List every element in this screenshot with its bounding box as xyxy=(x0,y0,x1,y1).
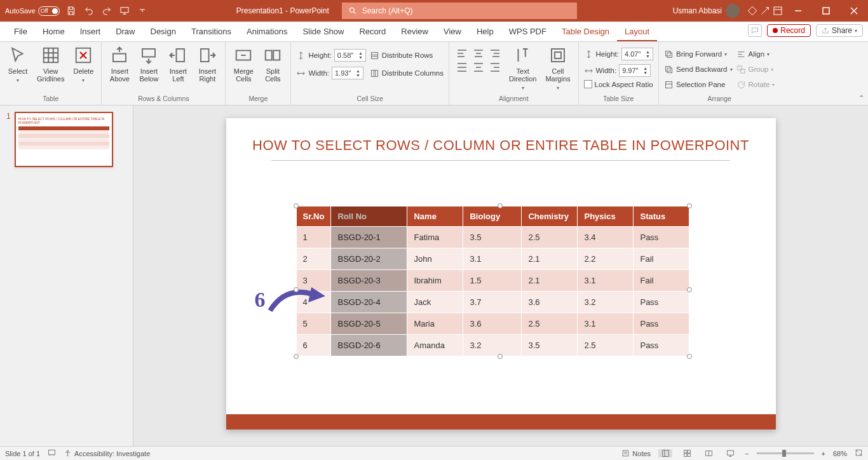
slide-thumbnail-1[interactable]: HOW TO SELECT ROWS / COLUMN OR ENTIRE TA… xyxy=(15,112,113,167)
table-cell[interactable]: Maria xyxy=(407,313,463,335)
view-gridlines-button[interactable]: View Gridlines xyxy=(34,44,67,84)
merge-cells-button[interactable]: Merge Cells xyxy=(231,44,256,84)
normal-view-button[interactable] xyxy=(658,449,672,457)
table-cell[interactable]: Pass xyxy=(634,313,689,335)
insert-below-button[interactable]: Insert Below xyxy=(136,44,161,84)
table-cell[interactable]: 3.4 xyxy=(578,227,634,248)
select-button[interactable]: Select▾ xyxy=(5,44,31,85)
table-cell[interactable]: 3.6 xyxy=(522,292,578,313)
slide-title[interactable]: HOW TO SELECT ROWS / COLUMN OR ENTIRE TA… xyxy=(252,137,750,154)
zoom-in-button[interactable]: + xyxy=(822,450,825,457)
close-button[interactable] xyxy=(840,0,868,22)
table-row[interactable]: 2BSGD-20-2John3.12.12.2Fail xyxy=(296,248,689,270)
table-cell[interactable]: 2.5 xyxy=(578,335,634,356)
notes-button[interactable]: Notes xyxy=(621,449,651,457)
table-cell[interactable]: Fatima xyxy=(407,227,463,248)
align-top-left[interactable] xyxy=(454,47,470,60)
diamond-icon[interactable] xyxy=(746,4,759,17)
table-cell[interactable]: Pass xyxy=(634,335,689,356)
table-cell[interactable]: BSGD-20-5 xyxy=(331,313,407,335)
zoom-out-button[interactable]: − xyxy=(745,450,749,457)
bring-forward-button[interactable]: Bring Forward▾ xyxy=(664,47,733,61)
fit-to-window-button[interactable] xyxy=(855,449,863,458)
delete-button[interactable]: Delete▾ xyxy=(71,44,96,85)
reading-view-button[interactable] xyxy=(702,449,715,457)
menu-tab-transitions[interactable]: Transitions xyxy=(184,23,239,41)
table-cell[interactable]: 3.5 xyxy=(463,227,522,248)
table-row[interactable]: 6BSGD-20-6Amanda3.23.52.5Pass xyxy=(296,335,689,356)
table-row[interactable]: 5BSGD-20-5Maria3.62.53.1Pass xyxy=(296,313,689,335)
wand-icon[interactable] xyxy=(759,4,771,17)
table-cell[interactable]: BSGD-20-1 xyxy=(331,227,407,248)
align-top-center[interactable] xyxy=(471,47,486,60)
menu-tab-home[interactable]: Home xyxy=(35,23,72,41)
record-button[interactable]: Record xyxy=(767,24,811,37)
undo-icon[interactable] xyxy=(83,4,95,17)
table-cell[interactable]: BSGD-20-3 xyxy=(331,270,407,292)
qat-more-icon[interactable] xyxy=(136,4,149,17)
search-box[interactable]: Search (Alt+Q) xyxy=(342,3,577,19)
group-button[interactable]: Group▾ xyxy=(736,62,775,76)
lock-aspect-ratio-checkbox[interactable]: Lock Aspect Ratio xyxy=(584,80,653,88)
table-cell[interactable]: 1.5 xyxy=(463,270,522,292)
menu-tab-insert[interactable]: Insert xyxy=(72,23,109,41)
minimize-button[interactable] xyxy=(784,0,812,22)
align-button[interactable]: Align▾ xyxy=(736,47,775,61)
table-cell[interactable]: Fail xyxy=(634,248,689,270)
align-mid-right[interactable] xyxy=(487,61,503,74)
table-cell[interactable]: BSGD-20-6 xyxy=(331,335,407,356)
autosave-toggle[interactable]: AutoSave Off xyxy=(5,6,60,16)
language-icon[interactable] xyxy=(48,449,56,458)
menu-tab-review[interactable]: Review xyxy=(393,23,436,41)
menu-tab-design[interactable]: Design xyxy=(143,23,184,41)
ribbon-display-icon[interactable] xyxy=(771,4,784,17)
table-cell[interactable]: 3.1 xyxy=(578,270,634,292)
table-header[interactable]: Chemistry xyxy=(522,206,578,227)
table-cell[interactable]: 3.2 xyxy=(578,292,634,313)
table-cell[interactable]: 3.7 xyxy=(463,292,522,313)
text-direction-button[interactable]: Text Direction▾ xyxy=(506,44,539,92)
insert-right-button[interactable]: Insert Right xyxy=(194,44,220,84)
menu-tab-file[interactable]: File xyxy=(6,23,35,41)
zoom-level[interactable]: 68% xyxy=(833,450,847,457)
table-row[interactable]: 3BSGD-20-3Ibrahim1.52.13.1Fail xyxy=(296,270,689,292)
align-mid-center[interactable] xyxy=(471,61,486,74)
zoom-slider[interactable] xyxy=(757,452,814,454)
table-cell[interactable]: Pass xyxy=(634,292,689,313)
table-cell[interactable]: Amanda xyxy=(407,335,463,356)
menu-tab-animations[interactable]: Animations xyxy=(239,23,295,41)
accessibility-status[interactable]: Accessibility: Investigate xyxy=(64,449,150,457)
share-button[interactable]: Share▾ xyxy=(816,24,863,37)
menu-tab-view[interactable]: View xyxy=(436,23,469,41)
slideshow-view-button[interactable] xyxy=(723,449,737,457)
present-icon[interactable] xyxy=(118,4,131,17)
collapse-ribbon-icon[interactable]: ⌃ xyxy=(858,94,864,102)
table-width-input[interactable]: 9.97"▲▼ xyxy=(619,64,651,77)
menu-tab-wps-pdf[interactable]: WPS PDF xyxy=(501,23,554,41)
table-cell[interactable]: BSGD-20-4 xyxy=(331,292,407,313)
table-height-input[interactable]: 4.07"▲▼ xyxy=(621,48,653,60)
table-header[interactable]: Name xyxy=(407,206,463,227)
cell-width-input[interactable]: 1.93"▲▼ xyxy=(332,67,363,79)
table-cell[interactable]: 2.2 xyxy=(578,248,634,270)
maximize-button[interactable] xyxy=(812,0,840,22)
comments-button[interactable] xyxy=(748,24,762,37)
split-cells-button[interactable]: Split Cells xyxy=(260,44,285,84)
selection-pane-button[interactable]: Selection Pane xyxy=(664,78,733,91)
slide-canvas-area[interactable]: HOW TO SELECT ROWS / COLUMN OR ENTIRE TA… xyxy=(133,105,868,446)
menu-tab-draw[interactable]: Draw xyxy=(108,23,142,41)
table-cell[interactable]: 6 xyxy=(296,335,331,356)
table-cell[interactable]: Jack xyxy=(407,292,463,313)
user-account[interactable]: Usman Abbasi xyxy=(667,4,746,18)
table-cell[interactable]: 3.1 xyxy=(578,313,634,335)
insert-left-button[interactable]: Insert Left xyxy=(165,44,191,84)
table-cell[interactable]: BSGD-20-2 xyxy=(331,248,407,270)
table-cell[interactable]: 1 xyxy=(296,227,331,248)
table-cell[interactable]: 3.6 xyxy=(463,313,522,335)
table-cell[interactable]: Pass xyxy=(634,227,689,248)
menu-tab-help[interactable]: Help xyxy=(469,23,501,41)
table-cell[interactable]: 2.5 xyxy=(522,227,578,248)
rotate-button[interactable]: Rotate▾ xyxy=(736,78,775,91)
table-cell[interactable]: 2.5 xyxy=(522,313,578,335)
align-top-right[interactable] xyxy=(487,47,503,60)
